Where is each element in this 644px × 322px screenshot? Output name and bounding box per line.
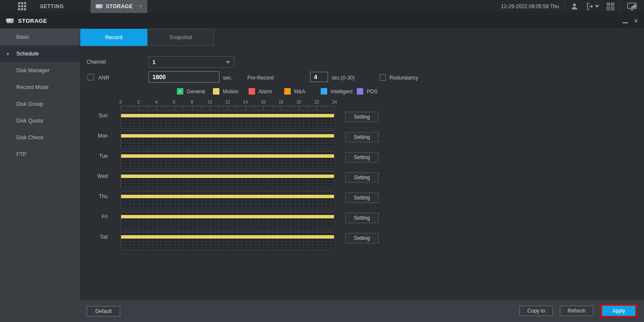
anr-checkbox[interactable] xyxy=(88,74,94,80)
sidebar-item-disk-check[interactable]: ›Disk Check xyxy=(0,129,80,146)
schedule-bar-motion xyxy=(121,114,334,117)
schedule-grid-thu[interactable] xyxy=(121,191,334,209)
setting-button[interactable]: Setting xyxy=(345,132,379,142)
ruler-tick xyxy=(139,106,139,110)
legend-label: POS xyxy=(367,89,377,95)
main-content: RecordSnapshot Channel 1 ANR sec. Pre-Re… xyxy=(80,28,644,322)
ruler-tick xyxy=(210,106,210,110)
pre-record-label: Pre-Record xyxy=(247,75,273,81)
storage-drive-icon xyxy=(96,4,103,9)
sidebar-item-label: Record Mode xyxy=(16,84,49,90)
checked-checkbox-icon: ✓ xyxy=(177,88,183,95)
tab-close-icon[interactable]: × xyxy=(139,3,142,9)
setting-button[interactable]: Setting xyxy=(345,112,379,122)
storage-tab[interactable]: STORAGE × xyxy=(91,0,147,13)
schedule-bar-motion xyxy=(121,195,334,198)
apps-grid-icon[interactable] xyxy=(0,2,26,10)
default-button[interactable]: Default xyxy=(87,306,120,316)
close-icon[interactable]: × xyxy=(634,18,638,25)
hour-tick-label: 10 xyxy=(207,100,212,104)
datetime-display: 12-29-2022 09:05:58 Thu xyxy=(501,3,559,9)
ruler-tick xyxy=(299,106,299,110)
schedule-grid-sun[interactable] xyxy=(121,110,334,129)
legend-item-motion[interactable]: Motion xyxy=(213,88,249,95)
hour-tick-label: 18 xyxy=(279,100,283,104)
sidebar-item-disk-quota[interactable]: ›Disk Quota xyxy=(0,112,80,129)
timeline-hour-labels: 024681012141618202224 xyxy=(121,100,334,105)
sidebar-item-basic[interactable]: ›Basic xyxy=(0,28,80,45)
qr-code-icon[interactable] xyxy=(601,0,620,13)
display-output-icon[interactable] xyxy=(620,0,644,13)
hour-tick-label: 20 xyxy=(296,100,301,104)
legend-label: M&A xyxy=(294,89,305,95)
ruler-tick xyxy=(272,106,273,108)
ruler-tick xyxy=(325,106,326,108)
setting-menu-label[interactable]: SETTING xyxy=(40,3,64,9)
refresh-button[interactable]: Refresh xyxy=(560,306,593,316)
ruler-tick xyxy=(201,106,201,108)
storage-drive-icon xyxy=(6,18,14,24)
legend-item-intelligent[interactable]: Intelligent xyxy=(321,88,357,95)
hour-tick-label: 24 xyxy=(332,100,337,104)
channel-dropdown[interactable]: 1 xyxy=(149,56,234,67)
sidebar-item-label: FTP xyxy=(16,151,27,157)
timeline-ruler xyxy=(121,106,335,110)
redundancy-label: Redundancy xyxy=(389,75,418,81)
ruler-tick xyxy=(183,106,183,108)
schedule-bar-motion xyxy=(121,154,334,158)
tab-record[interactable]: Record xyxy=(80,29,147,46)
day-label: Fri xyxy=(80,214,108,220)
ruler-tick xyxy=(219,106,219,108)
footer-bar: Default Copy to Refresh Apply xyxy=(80,300,644,322)
schedule-bar-motion xyxy=(121,134,334,138)
legend-label: Alarm xyxy=(258,89,272,95)
storage-tab-label: STORAGE xyxy=(106,3,133,9)
ruler-tick xyxy=(254,106,255,108)
ruler-tick xyxy=(334,106,335,110)
pre-record-input[interactable] xyxy=(310,72,328,82)
hour-tick-label: 14 xyxy=(243,100,248,104)
copy-to-button[interactable]: Copy to xyxy=(519,306,553,316)
schedule-grid-wed[interactable] xyxy=(121,171,334,189)
setting-button[interactable]: Setting xyxy=(345,193,379,203)
setting-button[interactable]: Setting xyxy=(345,152,379,163)
apply-button[interactable]: Apply xyxy=(602,306,635,316)
ruler-tick xyxy=(165,106,166,108)
setting-button[interactable]: Setting xyxy=(345,233,379,243)
ruler-tick xyxy=(192,106,192,110)
ruler-tick xyxy=(237,106,237,108)
setting-button[interactable]: Setting xyxy=(345,213,379,223)
legend-item-pos[interactable]: POS xyxy=(357,88,377,95)
day-label: Sat xyxy=(80,234,108,240)
day-label: Tue xyxy=(80,153,108,159)
sidebar-item-disk-manager[interactable]: ›Disk Manager xyxy=(0,62,80,79)
schedule-grid-fri[interactable] xyxy=(121,212,334,230)
sidebar-item-ftp[interactable]: ›FTP xyxy=(0,146,80,163)
schedule-grid-mon[interactable] xyxy=(121,131,334,149)
legend-item-alarm[interactable]: Alarm xyxy=(249,88,284,95)
sidebar-item-record-mode[interactable]: ›Record Mode xyxy=(0,79,80,95)
schedule-grid-tue[interactable] xyxy=(121,151,334,169)
anr-input[interactable] xyxy=(149,71,219,83)
legend-item-general[interactable]: ✓General xyxy=(177,88,213,95)
schedule-day-row: TueSetting xyxy=(80,151,644,169)
ruler-tick xyxy=(281,106,282,110)
sidebar-item-schedule[interactable]: ›Schedule xyxy=(0,45,80,62)
schedule-days: SunSettingMonSettingTueSettingWedSetting… xyxy=(80,110,644,252)
hour-tick-label: 12 xyxy=(225,100,230,104)
hour-tick-label: 2 xyxy=(137,100,140,104)
logout-icon[interactable] xyxy=(583,0,601,13)
tab-snapshot[interactable]: Snapshot xyxy=(147,29,214,46)
sidebar-item-disk-group[interactable]: ›Disk Group xyxy=(0,95,80,112)
redundancy-checkbox[interactable] xyxy=(380,74,386,81)
hour-tick-label: 22 xyxy=(314,100,319,104)
sidebar-item-label: Disk Manager xyxy=(16,67,49,74)
user-icon[interactable] xyxy=(565,0,583,13)
minimize-icon[interactable] xyxy=(623,17,628,25)
window-title: STORAGE xyxy=(18,18,47,24)
schedule-grid-sat[interactable] xyxy=(121,232,334,250)
ruler-tick xyxy=(290,106,290,108)
ruler-tick xyxy=(246,106,246,110)
setting-button[interactable]: Setting xyxy=(345,172,379,183)
legend-item-manda[interactable]: M&A xyxy=(284,88,321,95)
